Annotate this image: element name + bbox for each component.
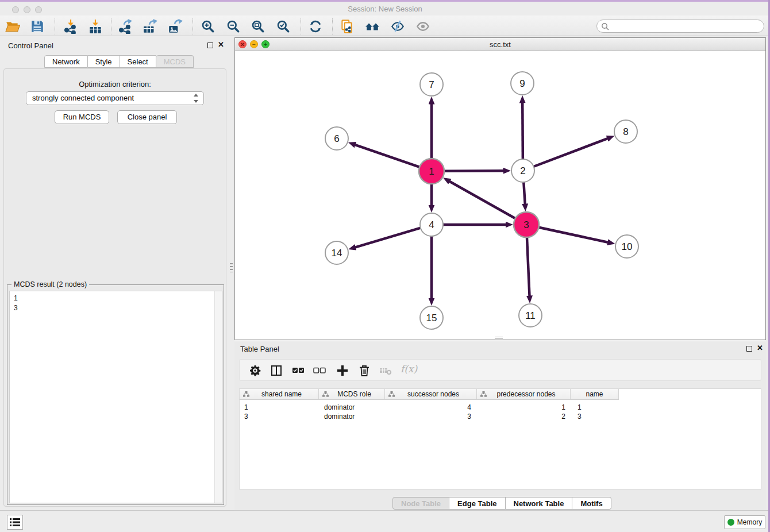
import-table-icon[interactable] — [88, 19, 103, 34]
apply-function-icon[interactable]: f(x) — [401, 363, 417, 375]
mcds-result-group: MCDS result (2 nodes) 1 3 — [7, 284, 224, 505]
zoom-out-icon[interactable] — [226, 19, 241, 34]
result-scrollbar[interactable] — [214, 291, 222, 503]
optimization-criterion-label: Optimization criterion: — [4, 80, 226, 88]
table-header-row: shared nameMCDS rolesuccessor nodesprede… — [240, 389, 619, 400]
mcds-result-area[interactable]: 1 3 — [9, 291, 222, 503]
select-stepper-icon — [193, 94, 199, 103]
window-resize-grip[interactable] — [495, 337, 503, 339]
column-label: name — [586, 390, 603, 398]
column-header-name[interactable]: name — [571, 389, 619, 400]
node-table[interactable]: shared nameMCDS rolesuccessor nodesprede… — [239, 388, 761, 489]
cell-predecessor-nodes[interactable]: 2 — [479, 412, 572, 421]
column-header-shared-name[interactable]: shared name — [240, 389, 319, 400]
node-label-14: 14 — [332, 248, 342, 259]
cell-shared-name[interactable]: 1 — [240, 403, 319, 412]
node-label-15: 15 — [426, 313, 437, 323]
edge-2-3[interactable] — [523, 182, 525, 204]
cell-MCDS-role[interactable]: dominator — [319, 403, 386, 412]
edge-4-14[interactable] — [356, 228, 421, 247]
deselect-all-icon[interactable] — [313, 364, 326, 377]
table-settings-gear-icon[interactable] — [248, 364, 262, 377]
tab-select[interactable]: Select — [120, 55, 156, 68]
refresh-icon[interactable] — [308, 19, 323, 34]
memory-label: Memory — [737, 518, 762, 526]
table-row[interactable]: 1dominator411 — [240, 403, 761, 412]
cell-successor-nodes[interactable]: 4 — [386, 403, 478, 412]
tab-network-table[interactable]: Network Table — [506, 497, 573, 510]
delete-row-trash-icon[interactable] — [357, 364, 371, 377]
close-panel-icon[interactable]: ✕ — [218, 42, 224, 48]
edge-2-9[interactable] — [522, 103, 523, 160]
tab-style[interactable]: Style — [88, 55, 120, 68]
network-window-titlebar[interactable]: ✕ − + scc.txt — [235, 38, 765, 51]
delete-column-icon[interactable] — [379, 364, 392, 377]
control-panel-title: Control Panel — [8, 41, 53, 50]
column-type-icon — [322, 391, 329, 397]
search-input[interactable] — [612, 21, 760, 32]
tab-edge-table[interactable]: Edge Table — [449, 497, 505, 510]
column-label: MCDS role — [332, 390, 384, 398]
edge-3-1[interactable] — [449, 182, 515, 219]
add-row-icon[interactable] — [336, 364, 349, 377]
edge-1-6[interactable] — [355, 145, 420, 167]
close-table-panel-icon[interactable]: ✕ — [757, 345, 763, 351]
show-columns-icon[interactable] — [270, 364, 283, 377]
cell-name[interactable]: 1 — [573, 403, 621, 412]
import-network-icon[interactable] — [63, 19, 78, 34]
table-panel: Table Panel ✕ f(x) shared nameMCDS roles… — [234, 342, 766, 510]
run-mcds-button[interactable]: Run MCDS — [55, 110, 109, 124]
close-panel-button[interactable]: Close panel — [117, 110, 177, 124]
node-label-9: 9 — [519, 78, 525, 89]
column-header-predecessor-nodes[interactable]: predecessor nodes — [477, 389, 571, 400]
tab-mcds[interactable]: MCDS — [156, 55, 194, 68]
node-label-10: 10 — [622, 241, 633, 252]
export-network-icon[interactable] — [118, 19, 133, 34]
main-titlebar: Session: New Session — [0, 2, 770, 16]
cell-predecessor-nodes[interactable]: 1 — [479, 403, 572, 412]
tab-network[interactable]: Network — [44, 55, 88, 68]
column-type-icon — [243, 391, 249, 397]
cell-MCDS-role[interactable]: dominator — [319, 412, 386, 421]
memory-button[interactable]: Memory — [724, 515, 765, 529]
show-all-eye-icon[interactable] — [415, 19, 430, 34]
export-image-icon[interactable] — [168, 19, 183, 34]
zoom-in-icon[interactable] — [201, 19, 215, 34]
cell-name[interactable]: 3 — [573, 412, 621, 421]
edge-3-11[interactable] — [527, 237, 530, 296]
export-table-icon[interactable] — [143, 19, 157, 34]
home-layout-icon[interactable] — [365, 19, 380, 34]
control-panel: Control Panel ✕ NetworkStyleSelectMCDS O… — [0, 37, 230, 510]
column-type-icon — [480, 391, 487, 397]
search-field[interactable] — [596, 20, 764, 33]
edge-3-10[interactable] — [538, 227, 608, 242]
zoom-fit-icon[interactable] — [251, 19, 265, 34]
hide-selected-eye-icon[interactable] — [390, 19, 405, 34]
search-icon — [601, 22, 610, 31]
zoom-selected-icon[interactable] — [276, 19, 291, 34]
float-panel-icon[interactable] — [207, 43, 213, 48]
column-header-successor-nodes[interactable]: successor nodes — [385, 389, 477, 400]
task-history-button[interactable] — [7, 515, 23, 530]
node-label-2: 2 — [520, 165, 525, 176]
open-session-icon[interactable] — [5, 19, 20, 34]
list-icon — [10, 518, 20, 527]
edge-1-2[interactable] — [444, 171, 503, 171]
cell-successor-nodes[interactable]: 3 — [386, 412, 478, 421]
network-graph-canvas[interactable]: 7968124314101511 — [235, 51, 765, 340]
select-all-icon[interactable] — [291, 364, 305, 377]
panel-splitter-handle[interactable] — [230, 263, 233, 272]
save-session-icon[interactable] — [30, 19, 45, 34]
node-label-1: 1 — [429, 166, 434, 177]
criterion-select[interactable]: strongly connected component — [26, 91, 204, 105]
edge-2-8[interactable] — [533, 138, 607, 167]
clone-network-icon[interactable] — [340, 19, 355, 34]
table-tabs: Node TableEdge TableNetwork TableMotifs — [392, 497, 611, 510]
cell-shared-name[interactable]: 3 — [240, 412, 319, 421]
table-row[interactable]: 3dominator323 — [240, 412, 761, 421]
tab-node-table[interactable]: Node Table — [392, 497, 449, 510]
column-header-MCDS-role[interactable]: MCDS role — [319, 389, 385, 400]
float-table-panel-icon[interactable] — [746, 346, 752, 352]
status-bar: Memory — [0, 510, 770, 532]
tab-motifs[interactable]: Motifs — [572, 497, 611, 510]
